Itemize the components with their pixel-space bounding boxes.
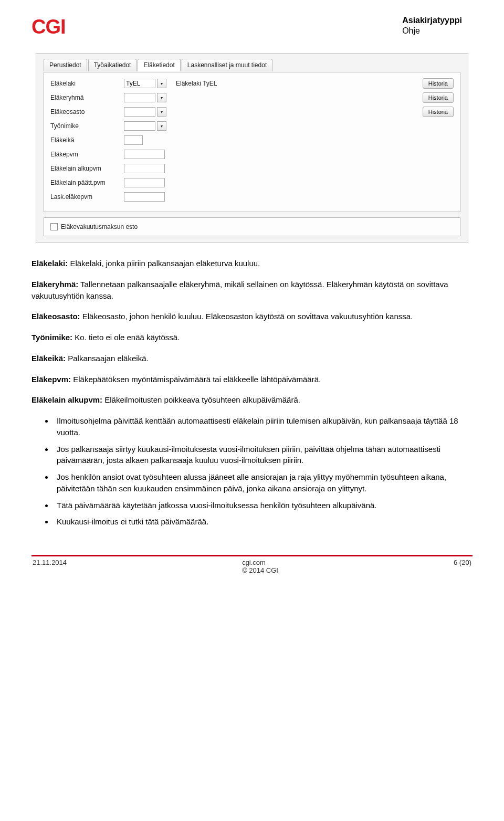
label-elakelain-alkupvm: Eläkelain alkupvm bbox=[50, 165, 124, 172]
label-elakeryhma: Eläkeryhmä bbox=[50, 94, 124, 101]
footer-site: cgi.com bbox=[242, 559, 278, 566]
footer-rule bbox=[32, 555, 472, 556]
body-text: Eläkelaki: Eläkelaki, jonka piiriin palk… bbox=[32, 258, 472, 528]
para-elakepvm: Eläkepvm: Eläkepäätöksen myöntämispäiväm… bbox=[32, 374, 472, 385]
label-elakeika: Eläkeikä bbox=[50, 136, 124, 144]
row-elakeika: Eläkeikä bbox=[50, 134, 454, 146]
history-elakeryhma-button[interactable]: Historia bbox=[423, 92, 454, 103]
tab-tyoaikatiedot[interactable]: Työaikatiedot bbox=[88, 59, 137, 71]
input-elakeika[interactable] bbox=[124, 135, 143, 145]
term-elakelain-alkupvm: Eläkelain alkupvm: bbox=[32, 395, 102, 404]
input-elakelain-alkupvm[interactable] bbox=[124, 164, 165, 173]
input-elakelaki[interactable] bbox=[124, 79, 155, 88]
tab-laskennalliset[interactable]: Laskennalliset ja muut tiedot bbox=[182, 59, 272, 71]
label-tyonimike: Työnimike bbox=[50, 122, 124, 130]
list-item: Kuukausi-ilmoitus ei tutki tätä päivämää… bbox=[54, 516, 472, 528]
term-elakeosasto: Eläkeosasto: bbox=[32, 312, 80, 321]
row-tyonimike: Työnimike ▾ bbox=[50, 120, 454, 132]
para-tyonimike: Työnimike: Ko. tieto ei ole enää käytöss… bbox=[32, 332, 472, 343]
row-elakepvm: Eläkepvm bbox=[50, 149, 454, 160]
bullet-list: Ilmoitusohjelma päivittää kenttään autom… bbox=[32, 415, 472, 528]
text-elakepvm: Eläkepäätöksen myöntämispäivämäärä tai e… bbox=[71, 375, 321, 384]
text-elakeosasto: Eläkeosasto, johon henkilö kuuluu. Eläke… bbox=[80, 312, 413, 321]
input-elakepvm[interactable] bbox=[124, 150, 165, 159]
tab-panel-elaketiedot: Eläkelaki ▾ Eläkelaki TyEL Historia Eläk… bbox=[44, 72, 460, 212]
input-lask-elakepvm[interactable] bbox=[124, 192, 165, 202]
doc-meta: Asiakirjatyyppi Ohje bbox=[402, 16, 462, 36]
checkbox-label-esto: Eläkevakuutusmaksun esto bbox=[61, 223, 138, 230]
lookup-elakeryhma-button[interactable]: ▾ bbox=[157, 93, 166, 102]
para-elakeika: Eläkeikä: Palkansaajan eläkeikä. bbox=[32, 353, 472, 364]
term-tyonimike: Työnimike: bbox=[32, 333, 72, 342]
label-lask-elakepvm: Lask.eläkepvm bbox=[50, 193, 124, 201]
history-elakeosasto-button[interactable]: Historia bbox=[423, 107, 454, 117]
term-elakeryhma: Eläkeryhmä: bbox=[32, 280, 78, 289]
history-elakelaki-button[interactable]: Historia bbox=[423, 78, 454, 89]
para-elakeryhma: Eläkeryhmä: Tallennetaan palkansaajalle … bbox=[32, 279, 472, 302]
lookup-tyonimike-button[interactable]: ▾ bbox=[157, 121, 166, 131]
text-elakelaki: Eläkelaki, jonka piiriin palkansaajan el… bbox=[68, 259, 260, 268]
tab-bar: Perustiedot Työaikatiedot Eläketiedot La… bbox=[44, 59, 460, 71]
text-elakeryhma: Tallennetaan palkansaajalle eläkeryhmä, … bbox=[32, 280, 448, 300]
embedded-screenshot: Perustiedot Työaikatiedot Eläketiedot La… bbox=[36, 53, 468, 243]
term-elakepvm: Eläkepvm: bbox=[32, 375, 71, 384]
label-elakepvm: Eläkepvm bbox=[50, 151, 124, 158]
sub-panel-esto: Eläkevakuutusmaksun esto bbox=[44, 217, 460, 236]
term-elakeika: Eläkeikä: bbox=[32, 354, 66, 363]
text-elakeika: Palkansaajan eläkeikä. bbox=[66, 354, 149, 363]
lookup-elakeosasto-button[interactable]: ▾ bbox=[157, 107, 166, 117]
row-lask-elakepvm: Lask.eläkepvm bbox=[50, 191, 454, 203]
label-elakelaki: Eläkelaki bbox=[50, 80, 124, 87]
input-elakeosasto[interactable] bbox=[124, 107, 155, 117]
input-elakeryhma[interactable] bbox=[124, 93, 155, 102]
term-elakelaki: Eläkelaki: bbox=[32, 259, 68, 268]
input-tyonimike[interactable] bbox=[124, 121, 155, 131]
footer-copyright: © 2014 CGI bbox=[242, 566, 278, 574]
row-elakelain-paattpvm: Eläkelain päätt.pvm bbox=[50, 177, 454, 188]
row-elakelaki: Eläkelaki ▾ Eläkelaki TyEL Historia bbox=[50, 78, 454, 89]
doc-type-label: Asiakirjatyyppi bbox=[402, 16, 462, 25]
para-elakelain-alkupvm: Eläkelain alkupvm: Eläkeilmoitusten poik… bbox=[32, 394, 472, 406]
para-elakeosasto: Eläkeosasto: Eläkeosasto, johon henkilö … bbox=[32, 311, 472, 322]
footer-date: 21.11.2014 bbox=[33, 559, 67, 574]
input-elakelain-paattpvm[interactable] bbox=[124, 178, 165, 187]
page-footer: 21.11.2014 cgi.com © 2014 CGI 6 (20) bbox=[32, 559, 472, 577]
checkbox-elakevakuutusmaksun-esto[interactable] bbox=[50, 223, 58, 230]
row-elakeryhma: Eläkeryhmä ▾ Historia bbox=[50, 92, 454, 103]
desc-elakelaki: Eläkelaki TyEL bbox=[176, 80, 217, 87]
tab-elaketiedot[interactable]: Eläketiedot bbox=[138, 59, 180, 71]
row-elakeosasto: Eläkeosasto ▾ Historia bbox=[50, 106, 454, 118]
para-elakelaki: Eläkelaki: Eläkelaki, jonka piiriin palk… bbox=[32, 258, 472, 269]
label-elakeosasto: Eläkeosasto bbox=[50, 108, 124, 115]
list-item: Ilmoitusohjelma päivittää kenttään autom… bbox=[54, 415, 472, 438]
lookup-elakelaki-button[interactable]: ▾ bbox=[157, 79, 166, 88]
label-elakelain-paattpvm: Eläkelain päätt.pvm bbox=[50, 179, 124, 186]
row-elakelain-alkupvm: Eläkelain alkupvm bbox=[50, 163, 454, 174]
list-item: Jos henkilön ansiot ovat työsuhteen alus… bbox=[54, 471, 472, 494]
list-item: Jos palkansaaja siirtyy kuukausi-ilmoitu… bbox=[54, 444, 472, 467]
footer-page-number: 6 (20) bbox=[454, 559, 471, 574]
text-elakelain-alkupvm: Eläkeilmoitusten poikkeava työsuhteen al… bbox=[102, 395, 300, 404]
list-item: Tätä päivämäärää käytetään jatkossa vuos… bbox=[54, 500, 472, 511]
logo: CGI bbox=[32, 16, 66, 38]
tab-perustiedot[interactable]: Perustiedot bbox=[44, 59, 87, 71]
text-tyonimike: Ko. tieto ei ole enää käytössä. bbox=[72, 333, 180, 342]
page-header: CGI Asiakirjatyyppi Ohje bbox=[32, 16, 472, 38]
doc-type-value: Ohje bbox=[402, 26, 462, 36]
